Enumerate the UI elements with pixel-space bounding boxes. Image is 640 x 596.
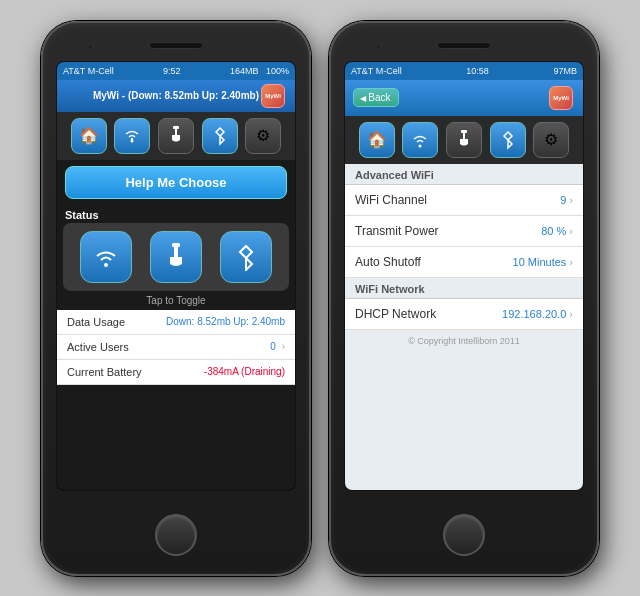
phone-1: AT&T M-Cell 9:52 164MB 100% MyWi - (Down…	[41, 21, 311, 576]
status-bar-time-1: 9:52	[163, 66, 181, 76]
svg-rect-4	[172, 243, 180, 247]
active-users-label: Active Users	[67, 341, 129, 353]
data-usage-value: Down: 8.52mb Up: 2.40mb	[166, 316, 285, 327]
mywi-title-1: MyWi - (Down: 8.52mb Up: 2.40mb)	[93, 90, 259, 101]
settings-icon-2[interactable]: ⚙	[533, 122, 569, 158]
phone-2-top	[337, 35, 591, 57]
home-button-1[interactable]	[155, 514, 197, 556]
usb-icon-2[interactable]	[446, 122, 482, 158]
current-battery-label: Current Battery	[67, 366, 142, 378]
speaker-2	[437, 42, 491, 49]
icon-row-2: 🏠 ⚙	[345, 116, 583, 164]
transmit-power-label: Transmit Power	[355, 224, 439, 238]
wifi-channel-row[interactable]: WiFi Channel 9 ›	[345, 185, 583, 216]
wifi-channel-label: WiFi Channel	[355, 193, 427, 207]
mywi-logo-2: MyWi	[549, 86, 573, 110]
auto-shutoff-value: 10 Minutes ›	[513, 256, 573, 268]
back-header-2: Back MyWi	[345, 80, 583, 116]
mywi-header-1: MyWi - (Down: 8.52mb Up: 2.40mb) MyWi	[57, 80, 295, 112]
svg-rect-1	[173, 126, 179, 129]
svg-point-3	[104, 263, 108, 267]
phone-1-status-bar: AT&T M-Cell 9:52 164MB 100%	[57, 62, 295, 80]
wifi-network-header: WiFi Network	[345, 278, 583, 299]
home-icon-1[interactable]: 🏠	[71, 118, 107, 154]
tap-toggle-label: Tap to Toggle	[57, 291, 295, 310]
auto-shutoff-label: Auto Shutoff	[355, 255, 421, 269]
current-battery-row: Current Battery -384mA (Draining)	[57, 360, 295, 385]
icon-row-1: 🏠 ⚙	[57, 112, 295, 160]
phone-2: AT&T M-Cell 10:58 97MB Back MyWi 🏠	[329, 21, 599, 576]
phone-2-bottom	[443, 491, 485, 562]
back-button-2[interactable]: Back	[353, 88, 399, 107]
status-bar-right-1: 164MB 100%	[230, 66, 289, 76]
phone-1-top	[49, 35, 303, 57]
phone-2-screen: AT&T M-Cell 10:58 97MB Back MyWi 🏠	[345, 62, 583, 490]
transmit-power-value: 80 % ›	[541, 225, 573, 237]
advanced-wifi-header: Advanced WiFi	[345, 164, 583, 185]
speaker-1	[149, 42, 203, 49]
usb-icon-1[interactable]	[158, 118, 194, 154]
mywi-logo-1: MyWi	[261, 84, 285, 108]
status-icons-row	[63, 223, 289, 291]
dhcp-network-value: 192.168.20.0 ›	[502, 308, 573, 320]
home-button-2[interactable]	[443, 514, 485, 556]
help-me-choose-btn[interactable]: Help Me Choose	[65, 166, 287, 199]
copyright-text: © Copyright Intelliborn 2011	[345, 330, 583, 352]
auto-shutoff-row[interactable]: Auto Shutoff 10 Minutes ›	[345, 247, 583, 278]
status-bar-left-1: AT&T M-Cell	[63, 66, 114, 76]
status-bluetooth-btn[interactable]	[220, 231, 272, 283]
phone-1-bottom	[155, 491, 197, 562]
dhcp-network-label: DHCP Network	[355, 307, 436, 321]
wifi-icon-2[interactable]	[402, 122, 438, 158]
phone-1-screen-outer: AT&T M-Cell 9:52 164MB 100% MyWi - (Down…	[56, 61, 296, 491]
bluetooth-icon-1[interactable]	[202, 118, 238, 154]
status-usb-btn[interactable]	[150, 231, 202, 283]
status-bar-right-2: 97MB	[553, 66, 577, 76]
screen-content-2: Advanced WiFi WiFi Channel 9 › Transmit …	[345, 164, 583, 490]
screen-content-1: Help Me Choose Status Ta	[57, 160, 295, 490]
camera-2	[375, 43, 382, 50]
phone-2-status-bar: AT&T M-Cell 10:58 97MB	[345, 62, 583, 80]
active-users-value: 0 ›	[270, 341, 285, 352]
wifi-icon-1[interactable]	[114, 118, 150, 154]
status-bar-left-2: AT&T M-Cell	[351, 66, 402, 76]
phones-container: AT&T M-Cell 9:52 164MB 100% MyWi - (Down…	[31, 11, 609, 586]
dhcp-network-row[interactable]: DHCP Network 192.168.20.0 ›	[345, 299, 583, 330]
svg-point-0	[131, 139, 134, 142]
wifi-channel-value: 9 ›	[560, 194, 573, 206]
transmit-power-row[interactable]: Transmit Power 80 % ›	[345, 216, 583, 247]
home-icon-2[interactable]: 🏠	[359, 122, 395, 158]
status-label-1: Status	[57, 205, 295, 223]
svg-point-6	[419, 144, 422, 147]
data-usage-row: Data Usage Down: 8.52mb Up: 2.40mb	[57, 310, 295, 335]
settings-icon-1[interactable]: ⚙	[245, 118, 281, 154]
status-bar-time-2: 10:58	[466, 66, 489, 76]
status-wifi-btn[interactable]	[80, 231, 132, 283]
camera-1	[87, 43, 94, 50]
bluetooth-icon-2[interactable]	[490, 122, 526, 158]
current-battery-value: -384mA (Draining)	[204, 366, 285, 377]
phone-1-screen: AT&T M-Cell 9:52 164MB 100% MyWi - (Down…	[57, 62, 295, 490]
active-users-row[interactable]: Active Users 0 ›	[57, 335, 295, 360]
data-usage-label: Data Usage	[67, 316, 125, 328]
svg-rect-7	[461, 130, 467, 133]
phone-2-screen-outer: AT&T M-Cell 10:58 97MB Back MyWi 🏠	[344, 61, 584, 491]
